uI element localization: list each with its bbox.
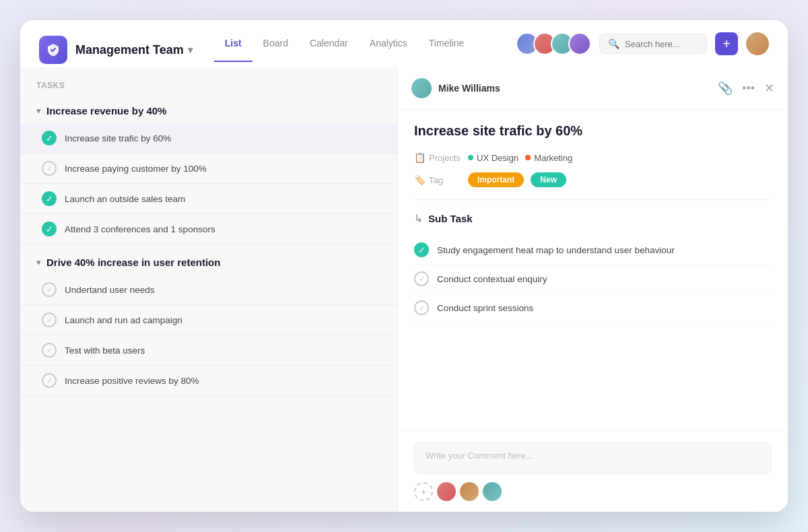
task-text: Increase positive reviews by 80%	[65, 376, 199, 386]
app-logo	[39, 36, 67, 64]
tag-dot-orange	[525, 155, 531, 160]
task-item[interactable]: ✓ Test with beta users	[20, 335, 397, 366]
group-title-retention: Drive 40% increase in user retention	[46, 257, 220, 268]
detail-body: Increase site trafic by 60% 📋 Projects U…	[398, 110, 788, 430]
task-item[interactable]: ✓ Increase positive reviews by 80%	[20, 366, 397, 396]
header-right: 🔍 +	[516, 32, 769, 67]
tab-calendar[interactable]: Calendar	[299, 38, 359, 62]
comment-avatar-3	[483, 482, 502, 501]
projects-row: 📋 Projects UX Design Marketing	[414, 152, 772, 163]
more-options-icon[interactable]: •••	[742, 81, 755, 96]
subtask-text: Conduct sprint sessions	[437, 303, 533, 313]
subtask-text: Conduct contextual enquiry	[437, 274, 547, 284]
subtask-item[interactable]: ✓ Conduct sprint sessions	[414, 294, 772, 323]
task-text: Launch an outside sales team	[65, 194, 185, 204]
badge-new[interactable]: New	[531, 172, 566, 187]
check-pending-icon: ✓	[42, 282, 57, 297]
tag-dot-green	[468, 155, 473, 160]
search-icon: 🔍	[608, 38, 619, 49]
subtask-header: ↳ Sub Task	[414, 212, 772, 225]
current-user-avatar[interactable]	[746, 32, 769, 55]
detail-user-avatar	[411, 78, 432, 98]
group-header-revenue[interactable]: ▾ Increase revenue by 40%	[20, 98, 397, 123]
group-header-retention[interactable]: ▾ Drive 40% increase in user retention	[20, 250, 397, 275]
check-done-icon: ✓	[42, 131, 57, 145]
task-text: Undertand user needs	[65, 285, 155, 295]
attachment-icon[interactable]: 📎	[718, 81, 733, 96]
subtask-item[interactable]: ✓ Study engagement heat map to understan…	[414, 236, 772, 265]
logo-area: Management Team ▾	[39, 36, 193, 64]
tags-row: 🏷️ Tag Important New	[414, 172, 772, 187]
comment-input[interactable]: Write your Comment here...	[414, 442, 772, 474]
project-tag-ux[interactable]: UX Design	[468, 153, 518, 163]
search-box[interactable]: 🔍	[599, 34, 707, 54]
tab-board[interactable]: Board	[252, 38, 299, 62]
projects-label: 📋 Projects	[414, 152, 461, 163]
tab-list[interactable]: List	[214, 38, 252, 62]
detail-user-name: Mike Williams	[438, 83, 711, 94]
collapse-icon: ▾	[36, 106, 41, 116]
app-container: Management Team ▾ List Board Calendar An…	[20, 20, 788, 512]
tasks-label: Tasks	[20, 81, 397, 98]
badge-important[interactable]: Important	[468, 172, 524, 187]
comment-area: Write your Comment here... +	[398, 430, 788, 512]
task-text: Increase site trafic by 60%	[65, 133, 171, 143]
comment-avatar-2	[460, 482, 479, 501]
task-item[interactable]: ✓ Increase site trafic by 60%	[20, 123, 397, 154]
detail-header: Mike Williams 📎 ••• ✕	[398, 67, 788, 110]
check-pending-icon: ✓	[414, 271, 429, 286]
task-text: Increase paying customer by 100%	[65, 164, 207, 174]
subtask-item[interactable]: ✓ Conduct contextual enquiry	[414, 265, 772, 294]
check-pending-icon: ✓	[414, 300, 429, 315]
check-pending-icon: ✓	[42, 343, 57, 358]
task-text: Launch and run ad campaign	[65, 315, 182, 325]
nav-tabs: List Board Calendar Analytics Timeline	[214, 38, 516, 62]
left-panel: Tasks ▾ Increase revenue by 40% ✓ Increa…	[20, 67, 397, 512]
search-input[interactable]	[625, 39, 698, 49]
tab-timeline[interactable]: Timeline	[418, 38, 475, 62]
avatar-group	[516, 32, 591, 55]
task-item[interactable]: ✓ Launch and run ad campaign	[20, 305, 397, 335]
team-name[interactable]: Management Team ▾	[75, 43, 193, 57]
task-item[interactable]: ✓ Increase paying customer by 100%	[20, 154, 397, 184]
subtask-title: Sub Task	[428, 213, 473, 224]
close-icon[interactable]: ✕	[764, 81, 774, 96]
task-item[interactable]: ✓ Attend 3 conferences and 1 sponsors	[20, 214, 397, 244]
project-tag-marketing[interactable]: Marketing	[525, 153, 572, 163]
avatar-user-4[interactable]	[568, 32, 591, 55]
chevron-down-icon[interactable]: ▾	[188, 44, 193, 55]
subtask-icon: ↳	[414, 212, 423, 225]
collapse-icon: ▾	[36, 257, 41, 267]
check-done-icon: ✓	[414, 242, 429, 257]
detail-title: Increase site trafic by 60%	[414, 123, 772, 139]
subtask-text: Study engagement heat map to understand …	[437, 245, 675, 255]
check-pending-icon: ✓	[42, 312, 57, 327]
tab-analytics[interactable]: Analytics	[359, 38, 418, 62]
right-panel: Mike Williams 📎 ••• ✕ Increase site traf…	[397, 67, 788, 512]
comment-avatar-1	[437, 482, 456, 501]
header: Management Team ▾ List Board Calendar An…	[20, 20, 788, 67]
check-pending-icon: ✓	[42, 373, 57, 388]
tag-icon: 🏷️	[414, 174, 426, 185]
add-comment-avatar-icon[interactable]: +	[414, 482, 433, 501]
task-item[interactable]: ✓ Launch an outside sales team	[20, 184, 397, 214]
task-text: Attend 3 conferences and 1 sponsors	[65, 224, 215, 234]
detail-actions: 📎 ••• ✕	[718, 81, 774, 96]
task-text: Test with beta users	[65, 345, 145, 356]
tag-label: 🏷️ Tag	[414, 174, 461, 185]
add-button[interactable]: +	[715, 32, 738, 55]
comment-footer: +	[414, 482, 772, 501]
projects-icon: 📋	[414, 152, 426, 163]
main-content: Tasks ▾ Increase revenue by 40% ✓ Increa…	[20, 67, 788, 512]
group-title-revenue: Increase revenue by 40%	[46, 105, 166, 117]
task-item[interactable]: ✓ Undertand user needs	[20, 275, 397, 305]
check-pending-icon: ✓	[42, 161, 57, 176]
separator	[414, 199, 772, 200]
check-done-icon: ✓	[42, 191, 57, 206]
check-done-icon: ✓	[42, 222, 57, 236]
